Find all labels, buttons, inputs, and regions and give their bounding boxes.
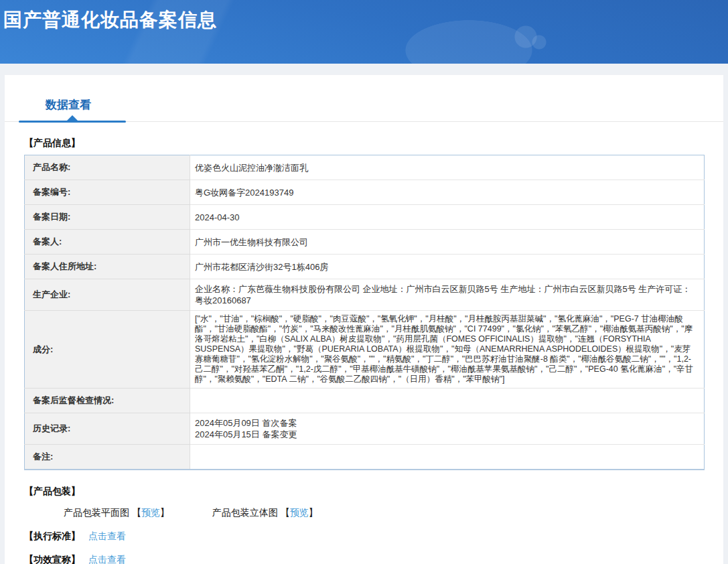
row-value: 企业名称：广东芭薇生物科技股份有限公司 企业地址：广州市白云区新贝路5号 生产地… <box>190 279 705 311</box>
active-tab-underline <box>19 121 126 123</box>
row-label: 备案后监督检查情况: <box>25 389 190 413</box>
row-label: 备注: <box>25 445 190 470</box>
row-label: 备案日期: <box>25 205 190 230</box>
row-value <box>190 445 705 470</box>
product-info-section-title: 【产品信息】 <box>24 137 723 149</box>
row-label: 产品名称: <box>25 155 190 180</box>
active-tab-caret-icon <box>67 115 78 121</box>
packaging-flat-group: 产品包装平面图 【预览】 <box>64 507 169 519</box>
page-header: 国产普通化妆品备案信息 <box>0 0 728 64</box>
bracket-close: 】 <box>309 507 318 518</box>
page-title: 国产普通化妆品备案信息 <box>0 0 728 33</box>
table-row-remarks: 备注: <box>25 445 705 470</box>
row-label: 成分: <box>25 311 190 389</box>
packaging-stereo-group: 产品包装立体图 【预览】 <box>212 507 318 519</box>
table-row-filing-number: 备案编号: 粤G妆网备字2024193749 <box>25 180 705 205</box>
bracket-close: 】 <box>160 507 169 518</box>
standards-view-link[interactable]: 点击查看 <box>88 531 126 541</box>
row-value <box>190 389 705 413</box>
row-value: 粤G妆网备字2024193749 <box>190 180 705 205</box>
row-value: 2024-04-30 <box>190 205 705 230</box>
table-row-filing-address: 备案人住所地址: 广州市花都区清沙街32号1栋406房 <box>25 255 705 279</box>
row-label: 备案人住所地址: <box>25 255 190 279</box>
table-row-manufacturer: 生产企业: 企业名称：广东芭薇生物科技股份有限公司 企业地址：广州市白云区新贝路… <box>25 279 705 311</box>
table-row-ingredients: 成分: ["水"，"甘油"，"棕榈酸"，"硬脂酸"，"肉豆蔻酸"，"氢氧化钾"，… <box>25 311 705 389</box>
bracket-open: 【 <box>281 507 290 518</box>
tab-data-view[interactable]: 数据查看 <box>46 97 91 121</box>
table-row-filing-date: 备案日期: 2024-04-30 <box>25 205 705 230</box>
tab-data-view-label: 数据查看 <box>46 98 91 111</box>
row-label: 生产企业: <box>25 279 190 311</box>
row-value: 2024年05月09日 首次备案 2024年05月15日 备案变更 <box>190 413 705 445</box>
product-info-table: 产品名称: 优姿色火山泥控油净澈洁面乳 备案编号: 粤G妆网备字20241937… <box>24 155 705 470</box>
row-value: ["水"，"甘油"，"棕榈酸"，"硬脂酸"，"肉豆蔻酸"，"氢氧化钾"，"月桂酸… <box>190 311 705 389</box>
table-row-history: 历史记录: 2024年05月09日 首次备案 2024年05月15日 备案变更 <box>25 413 705 445</box>
packaging-stereo-label: 产品包装立体图 <box>212 507 278 518</box>
row-value: 广州市花都区清沙街32号1栋406房 <box>190 255 705 279</box>
efficacy-view-link[interactable]: 点击查看 <box>88 554 126 564</box>
row-label: 备案人: <box>25 230 190 255</box>
efficacy-row: 【功效宣称】点击查看 <box>24 554 723 564</box>
main-content-card: 数据查看 【产品信息】 产品名称: 优姿色火山泥控油净澈洁面乳 备案编号: 粤G… <box>5 75 723 564</box>
table-row-product-name: 产品名称: 优姿色火山泥控油净澈洁面乳 <box>25 155 705 180</box>
table-row-filing-person: 备案人: 广州市一优生物科技有限公司 <box>25 230 705 255</box>
efficacy-label: 【功效宣称】 <box>24 554 80 564</box>
tab-bar: 数据查看 <box>5 75 723 122</box>
packaging-section-title: 【产品包装】 <box>24 486 723 498</box>
row-value: 优姿色火山泥控油净澈洁面乳 <box>190 155 705 180</box>
packaging-stereo-preview-link[interactable]: 预览 <box>290 507 309 518</box>
packaging-flat-preview-link[interactable]: 预览 <box>141 507 160 518</box>
bracket-open: 【 <box>132 507 141 518</box>
row-label: 历史记录: <box>25 413 190 445</box>
table-row-supervision-check: 备案后监督检查情况: <box>25 389 705 413</box>
row-value: 广州市一优生物科技有限公司 <box>190 230 705 255</box>
packaging-flat-label: 产品包装平面图 <box>64 507 129 518</box>
row-label: 备案编号: <box>25 180 190 205</box>
packaging-row: 产品包装平面图 【预览】 产品包装立体图 【预览】 <box>64 507 723 519</box>
standards-row: 【执行标准】点击查看 <box>24 531 723 543</box>
standards-label: 【执行标准】 <box>24 531 80 541</box>
